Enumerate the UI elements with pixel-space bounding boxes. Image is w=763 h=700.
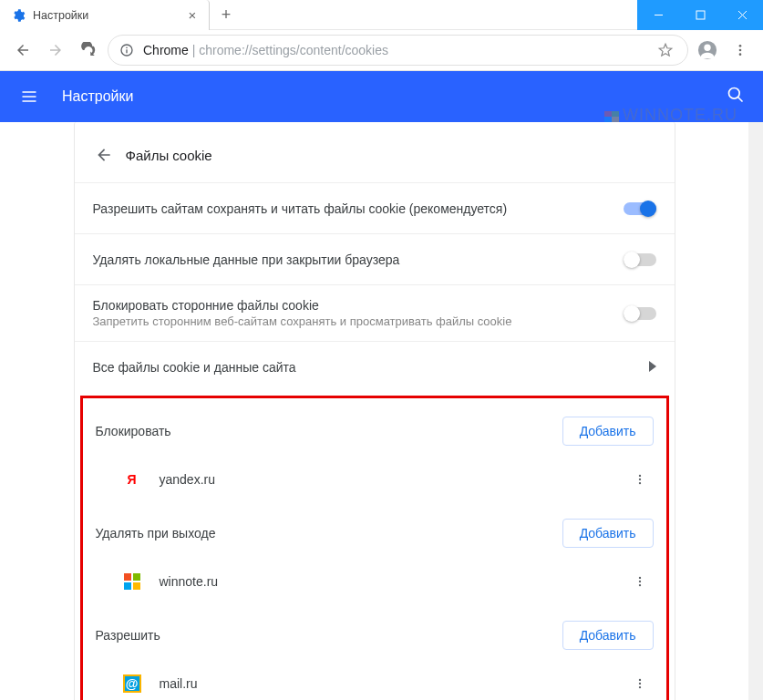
scrollbar[interactable] [748,122,763,700]
site-row: Я yandex.ru [83,458,666,500]
window-close-button[interactable] [721,0,763,30]
svg-rect-14 [604,111,612,117]
settings-header: Настройки WINNOTE.RU [0,71,763,122]
setting-block-third-label: Блокировать сторонние файлы cookie Запре… [93,298,624,328]
site-menu-button[interactable] [626,670,654,697]
menu-icon[interactable] [18,86,40,108]
add-delete-exit-button[interactable]: Добавить [562,519,654,548]
window-controls [637,0,763,29]
svg-rect-16 [604,117,612,122]
svg-point-26 [638,686,640,688]
svg-rect-15 [612,111,619,117]
close-icon[interactable]: × [185,8,200,23]
site-name: mail.ru [160,676,626,691]
reload-button[interactable] [75,36,102,64]
setting-allow-sites-label: Разрешить сайтам сохранять и читать файл… [93,201,624,216]
highlighted-section: Блокировать Добавить Я yandex.ru Удалять… [80,396,669,700]
svg-point-18 [638,475,640,477]
svg-point-21 [638,577,640,579]
svg-point-9 [739,45,742,47]
svg-point-25 [638,683,640,685]
group-block-label: Блокировать [96,424,171,438]
tab-title: Настройки [33,9,185,22]
svg-rect-17 [612,117,619,122]
toggle-delete-on-close[interactable] [624,253,656,266]
svg-point-12 [729,88,740,99]
site-name: yandex.ru [160,472,626,487]
group-allow-label: Разрешить [96,628,160,643]
toggle-allow-sites[interactable] [624,202,656,215]
svg-point-22 [638,581,640,582]
all-cookies-row[interactable]: Все файлы cookie и данные сайта [75,341,675,392]
site-row: @ mail.ru [83,663,666,700]
back-arrow-icon[interactable] [86,137,122,173]
watermark: WINNOTE.RU [604,106,737,125]
setting-delete-on-close-label: Удалять локальные данные при закрытии бр… [93,252,624,267]
browser-menu-button[interactable] [727,36,754,64]
site-menu-button[interactable] [626,466,654,493]
svg-point-19 [638,479,640,480]
svg-point-23 [638,584,640,586]
url-text: Chrome | chrome://settings/content/cooki… [143,43,645,57]
new-tab-button[interactable]: + [210,0,242,29]
search-icon[interactable] [727,86,745,108]
yandex-icon: Я [121,468,143,490]
svg-point-5 [126,47,128,49]
back-button[interactable] [9,36,36,64]
add-allow-button[interactable]: Добавить [562,621,654,650]
settings-title: Настройки [62,88,133,105]
chevron-right-icon [649,359,656,376]
group-delete-exit-label: Удалять при выходе [96,526,216,540]
site-menu-button[interactable] [626,568,654,595]
profile-button[interactable] [694,36,721,64]
mailru-icon: @ [121,673,143,695]
window-titlebar: Настройки × + [0,0,763,30]
svg-point-24 [638,679,640,681]
all-cookies-label: Все файлы cookie и данные сайта [93,360,649,375]
svg-rect-6 [126,49,127,53]
browser-tab[interactable]: Настройки × [0,0,210,30]
svg-point-8 [704,45,710,51]
browser-toolbar: Chrome | chrome://settings/content/cooki… [0,30,763,71]
gear-icon [11,8,26,23]
settings-card: Файлы cookie Разрешить сайтам сохранять … [74,122,675,700]
svg-point-20 [638,482,640,484]
windows-icon [121,571,143,592]
svg-rect-1 [696,11,705,19]
page-title: Файлы cookie [126,148,212,163]
site-name: winnote.ru [160,574,626,589]
maximize-button[interactable] [679,0,721,30]
svg-point-10 [739,49,742,52]
toggle-block-third[interactable] [624,307,656,320]
svg-point-11 [739,53,742,56]
address-bar[interactable]: Chrome | chrome://settings/content/cooki… [108,35,688,66]
minimize-button[interactable] [637,0,679,30]
add-block-button[interactable]: Добавить [562,417,654,446]
svg-line-13 [738,98,743,102]
site-info-icon[interactable] [119,43,134,57]
site-row: winnote.ru [83,561,666,602]
forward-button[interactable] [42,36,69,64]
bookmark-icon[interactable] [655,42,676,58]
